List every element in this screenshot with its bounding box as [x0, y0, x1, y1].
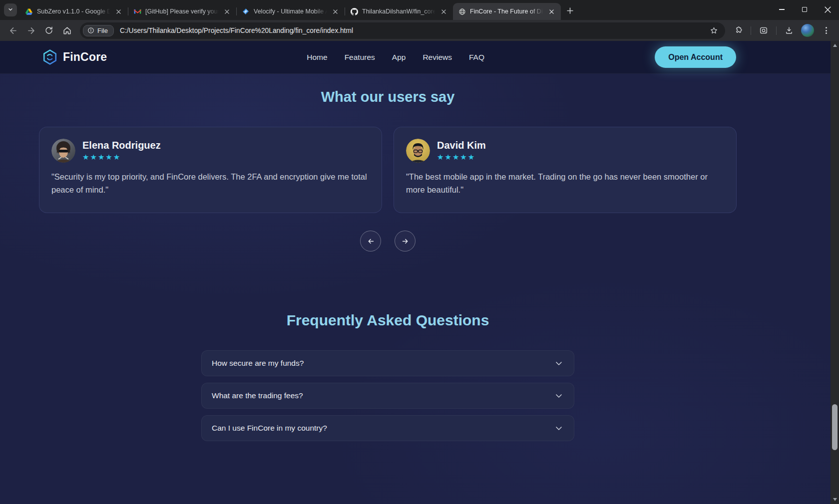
main-nav: Home Features App Reviews FAQ: [307, 53, 484, 62]
faq-item-fees[interactable]: What are the trading fees?: [201, 383, 574, 409]
tab-velocify[interactable]: Velocify - Ultimate Mobile App: [237, 3, 345, 20]
forward-icon: [26, 26, 36, 35]
faq-item-security[interactable]: How secure are my funds?: [201, 350, 574, 376]
github-icon: [350, 7, 358, 15]
page-scrollbar[interactable]: [831, 41, 839, 504]
tab-close-icon[interactable]: [547, 7, 556, 16]
site-chip-label: File: [97, 27, 108, 34]
close-icon: [825, 6, 831, 13]
nav-link-faq[interactable]: FAQ: [469, 53, 484, 62]
testimonial-quote: "The best mobile app in the market. Trad…: [406, 171, 724, 196]
avatar-elena: [51, 139, 75, 163]
window-controls: [770, 0, 839, 20]
chevron-down-icon: [554, 358, 564, 368]
nav-link-home[interactable]: Home: [307, 53, 327, 62]
extensions-puzzle-icon: [734, 26, 743, 35]
address-bar[interactable]: File C:/Users/Thilanka/Desktop/Projects/…: [80, 22, 725, 39]
maximize-icon: [802, 7, 807, 12]
carousel-prev-button[interactable]: [360, 231, 381, 252]
faq-item-country[interactable]: Can I use FinCore in my country?: [201, 415, 574, 441]
forward-button[interactable]: [23, 22, 39, 38]
scroll-down-button[interactable]: [831, 496, 839, 504]
chevron-down-icon: [554, 391, 564, 401]
testimonial-cards: Elena Rodriguez ★★★★★ "Security is my to…: [39, 127, 737, 213]
globe-icon: [458, 7, 466, 15]
star-rating: ★★★★★: [82, 153, 161, 162]
reload-icon: [44, 26, 53, 35]
page-viewport: FinCore Home Features App Reviews FAQ Op…: [0, 41, 839, 504]
back-button[interactable]: [5, 22, 21, 38]
arrow-right-icon: [401, 237, 410, 246]
maximize-button[interactable]: [793, 0, 816, 19]
triangle-up-icon: [833, 44, 837, 47]
faq-question: Can I use FinCore in my country?: [212, 424, 554, 433]
nav-link-reviews[interactable]: Reviews: [422, 53, 452, 62]
home-button[interactable]: [59, 22, 75, 38]
browser-menu-button[interactable]: [818, 22, 834, 38]
carousel-next-button[interactable]: [395, 231, 416, 252]
scrollbar-thumb[interactable]: [832, 404, 838, 450]
testimonial-card-elena: Elena Rodriguez ★★★★★ "Security is my to…: [39, 127, 382, 213]
toolbar-separator: [776, 26, 777, 35]
minimize-button[interactable]: [770, 0, 793, 19]
tab-close-icon[interactable]: [331, 7, 340, 16]
extensions-button[interactable]: [730, 22, 746, 38]
screen-capture-button[interactable]: [756, 22, 772, 38]
back-icon: [8, 26, 18, 35]
toolbar-separator: [751, 26, 751, 35]
tab-strip: SubZero v1.1.0 - Google Drive [GitHub] P…: [0, 0, 839, 20]
velocify-diamond-icon: [242, 7, 250, 15]
faq-question: How secure are my funds?: [212, 359, 554, 368]
carousel-nav: [39, 231, 737, 252]
tab-google-drive[interactable]: SubZero v1.1.0 - Google Drive: [20, 3, 128, 20]
close-window-button[interactable]: [816, 0, 839, 19]
profile-avatar[interactable]: [801, 24, 814, 37]
tab-github-repo[interactable]: ThilankaDilshanW/fin_core: [345, 3, 453, 20]
tab-fincore-active[interactable]: FinCore - The Future of Digital B: [453, 3, 561, 20]
faq-question: What are the trading fees?: [212, 391, 554, 400]
star-rating: ★★★★★: [437, 153, 486, 162]
reviewer-name: David Kim: [437, 140, 486, 151]
reviewer-name: Elena Rodriguez: [82, 140, 161, 151]
triangle-down-icon: [833, 498, 837, 501]
download-icon: [785, 26, 794, 35]
avatar-david: [406, 139, 430, 163]
tab-close-icon[interactable]: [439, 7, 448, 16]
bookmark-button[interactable]: [707, 24, 720, 37]
gmail-icon: [133, 7, 141, 15]
tab-title: ThilankaDilshanW/fin_core: [362, 8, 435, 15]
testimonial-card-david: David Kim ★★★★★ "The best mobile app in …: [394, 127, 737, 213]
tab-search-button[interactable]: [4, 3, 17, 16]
tab-title: FinCore - The Future of Digital B: [470, 8, 543, 15]
open-account-button[interactable]: Open Account: [655, 46, 736, 68]
testimonials-heading: What our users say: [39, 89, 737, 105]
url-text: C:/Users/Thilanka/Desktop/Projects/FinCo…: [120, 27, 707, 34]
tab-close-icon[interactable]: [114, 7, 123, 16]
browser-toolbar: File C:/Users/Thilanka/Desktop/Projects/…: [0, 20, 839, 41]
site-header: FinCore Home Features App Reviews FAQ Op…: [0, 41, 839, 74]
google-drive-icon: [25, 7, 33, 15]
new-tab-button[interactable]: [563, 3, 577, 17]
site-info-chip[interactable]: File: [83, 25, 114, 36]
info-icon: [87, 27, 94, 34]
chevron-down-icon: [554, 423, 564, 433]
tabs: SubZero v1.1.0 - Google Drive [GitHub] P…: [20, 0, 577, 20]
testimonial-quote: "Security is my top priority, and FinCor…: [51, 171, 370, 196]
arrow-left-icon: [367, 237, 375, 246]
reload-button[interactable]: [41, 22, 57, 38]
kebab-menu-icon: [826, 27, 827, 34]
tab-title: Velocify - Ultimate Mobile App: [254, 8, 327, 15]
tab-title: [GitHub] Please verify your devi: [145, 8, 219, 15]
scroll-up-button[interactable]: [831, 41, 839, 49]
downloads-button[interactable]: [781, 22, 797, 38]
nav-link-features[interactable]: Features: [345, 53, 375, 62]
bookmark-star-icon: [710, 26, 718, 35]
browser-window: SubZero v1.1.0 - Google Drive [GitHub] P…: [0, 0, 839, 41]
nav-link-app[interactable]: App: [392, 53, 406, 62]
capture-icon: [759, 26, 768, 35]
fincore-hexagon-icon: [42, 49, 57, 65]
brand-logo[interactable]: FinCore: [42, 49, 107, 65]
tab-gmail-github-verify[interactable]: [GitHub] Please verify your devi: [128, 3, 236, 20]
tab-title: SubZero v1.1.0 - Google Drive: [37, 8, 110, 15]
tab-close-icon[interactable]: [223, 7, 231, 16]
